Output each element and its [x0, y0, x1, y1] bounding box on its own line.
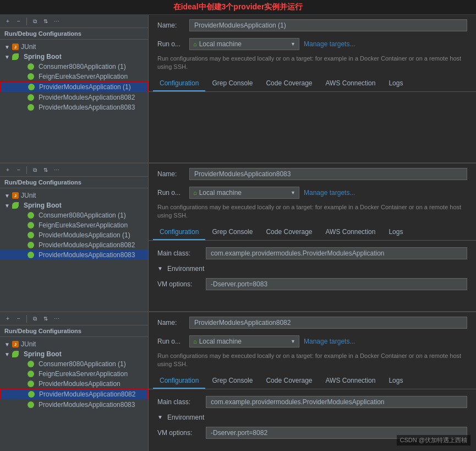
tree-item[interactable]: ProviderModulesApplication8083 [0, 250, 148, 260]
config-name-input[interactable] [189, 168, 467, 180]
more-btn[interactable]: ⋯ [52, 314, 61, 323]
config-name-input[interactable] [189, 19, 467, 31]
copy-btn[interactable]: ⧉ [30, 314, 39, 323]
copy-btn[interactable]: ⧉ [30, 17, 39, 26]
add-btn[interactable]: + [3, 166, 12, 175]
tab-configuration[interactable]: Configuration [153, 76, 205, 91]
config-name-input[interactable] [189, 317, 467, 329]
tree-item-label: ProviderModulesApplication8083 [39, 251, 135, 259]
run-on-row: Run o...⌂Local machine▼Manage targets... [149, 184, 476, 201]
vm-options-input[interactable] [206, 278, 467, 290]
run-on-label: Run o... [157, 338, 185, 345]
tab-configuration[interactable]: Configuration [153, 225, 205, 240]
home-icon: ⌂ [193, 338, 197, 345]
remove-btn[interactable]: − [14, 17, 23, 26]
app-icon [28, 391, 35, 398]
tab-aws-connection[interactable]: AWS Connection [319, 373, 382, 389]
remove-btn[interactable]: − [14, 314, 23, 323]
tree-item[interactable]: ProviderModulesApplication [0, 379, 148, 389]
tab-code-coverage[interactable]: Code Coverage [259, 225, 319, 240]
tree-item-label: ProviderModulesApplication8083 [39, 104, 135, 111]
tree-item-label: FeignEurekaServerApplication [39, 221, 128, 229]
app-icon [28, 232, 34, 238]
more-btn[interactable]: ⋯ [52, 166, 61, 175]
tree-item[interactable]: ProviderModulesApplication8082 [0, 389, 148, 400]
copy-btn[interactable]: ⧉ [30, 166, 39, 175]
tree-item[interactable]: ProviderModulesApplication8083 [0, 102, 148, 112]
tab-code-coverage[interactable]: Code Coverage [259, 373, 319, 389]
environment-section[interactable]: ▼Environment [157, 262, 467, 276]
tree-item[interactable]: ProviderModulesApplication8082 [0, 93, 148, 102]
run-on-select[interactable]: ⌂Local machine▼ [189, 38, 299, 50]
tree-item[interactable]: FeignEurekaServerApplication [0, 72, 148, 81]
main-class-input[interactable] [206, 396, 467, 408]
tree-item[interactable]: ▼Spring Boot [0, 52, 148, 62]
tree-item[interactable]: ▼Spring Boot [0, 349, 148, 359]
tree-expand-arrow: ▼ [4, 44, 11, 50]
tree-item[interactable]: ProviderModulesApplication (1) [0, 81, 148, 93]
tree-item[interactable]: ProviderModulesApplication8083 [0, 400, 148, 410]
tree-item[interactable]: FeignEurekaServerApplication [0, 369, 148, 379]
tree-title: Run/Debug Configurations [0, 177, 148, 188]
tree-item[interactable]: Consumer8080Application (1) [0, 359, 148, 369]
config-name-row: Name: [149, 312, 476, 333]
dropdown-arrow-icon: ▼ [291, 339, 296, 344]
tree-item[interactable]: ▼JJUnit [0, 42, 148, 52]
manage-targets-link[interactable]: Manage targets... [304, 338, 355, 345]
tree-item-label: Consumer8080Application (1) [39, 63, 126, 70]
tab-grep-console[interactable]: Grep Console [205, 225, 259, 240]
add-btn[interactable]: + [3, 17, 12, 26]
tree-item-label: JUnit [21, 192, 36, 199]
local-machine-text: Local machine [199, 189, 242, 197]
add-btn[interactable]: + [3, 314, 12, 323]
tree-item[interactable]: ▼JJUnit [0, 191, 148, 200]
main-class-input[interactable] [206, 247, 467, 259]
move-btn[interactable]: ⇅ [41, 17, 50, 26]
tree-item[interactable]: FeignEurekaServerApplication [0, 220, 148, 230]
move-btn[interactable]: ⇅ [41, 314, 50, 323]
tree-item[interactable]: ▼JJUnit [0, 339, 148, 349]
run-on-label: Run o... [157, 189, 185, 197]
tab-logs[interactable]: Logs [382, 373, 409, 389]
tab-grep-console[interactable]: Grep Console [205, 76, 259, 91]
app-icon [28, 242, 34, 248]
tab-code-coverage[interactable]: Code Coverage [259, 76, 319, 91]
tab-aws-connection[interactable]: AWS Connection [319, 76, 382, 91]
environment-section[interactable]: ▼Environment [157, 410, 467, 425]
tree-item[interactable]: ProviderModulesApplication8082 [0, 240, 148, 250]
tree-toolbar-2: +−⧉⇅⋯ [0, 164, 148, 177]
tree-expand-arrow: ▼ [4, 193, 11, 199]
run-on-select[interactable]: ⌂Local machine▼ [189, 335, 299, 347]
env-arrow-icon: ▼ [157, 414, 163, 420]
tab-grep-console[interactable]: Grep Console [205, 373, 259, 389]
junit-icon: J [12, 44, 19, 50]
tree-item[interactable]: Consumer8080Application (1) [0, 210, 148, 220]
manage-targets-link[interactable]: Manage targets... [304, 40, 355, 48]
run-on-label: Run o... [157, 40, 185, 48]
remove-btn[interactable]: − [14, 166, 23, 175]
top-banner: 在ideal中创建3个provider实例并运行 [0, 0, 476, 15]
run-on-select[interactable]: ⌂Local machine▼ [189, 187, 299, 199]
manage-targets-link[interactable]: Manage targets... [304, 189, 355, 197]
app-icon [28, 94, 34, 101]
spring-boot-icon [12, 202, 19, 209]
tab-logs[interactable]: Logs [382, 225, 409, 240]
tab-configuration[interactable]: Configuration [153, 373, 205, 389]
tree-title: Run/Debug Configurations [0, 28, 148, 40]
tab-logs[interactable]: Logs [382, 76, 409, 91]
move-btn[interactable]: ⇅ [41, 166, 50, 175]
config-name-label: Name: [157, 319, 185, 327]
tree-item[interactable]: ▼Spring Boot [0, 200, 148, 210]
tree-panel-3: +−⧉⇅⋯Run/Debug Configurations▼JJUnit▼Spr… [0, 312, 149, 451]
tree-content: ▼JJUnit▼Spring BootConsumer8080Applicati… [0, 40, 148, 115]
tree-title: Run/Debug Configurations [0, 325, 148, 337]
more-btn[interactable]: ⋯ [52, 17, 61, 26]
tree-item-label: ProviderModulesApplication8082 [39, 390, 135, 398]
vm-options-row: VM options: [157, 276, 467, 292]
tree-item[interactable]: ProviderModulesApplication (1) [0, 230, 148, 240]
junit-icon: J [12, 192, 19, 199]
tree-item[interactable]: Consumer8080Application (1) [0, 62, 148, 72]
config-tabs-bar: ConfigurationGrep ConsoleCode CoverageAW… [149, 76, 476, 92]
tree-expand-arrow: ▼ [4, 54, 11, 60]
tab-aws-connection[interactable]: AWS Connection [319, 225, 382, 240]
